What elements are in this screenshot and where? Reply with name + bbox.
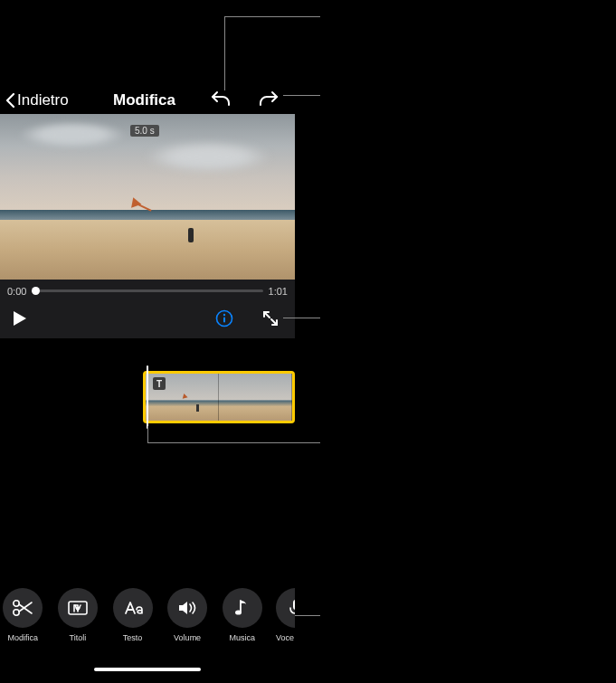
undo-icon: [210, 89, 232, 109]
tool-label: Modifica: [8, 633, 39, 642]
tool-modifica[interactable]: Modifica: [2, 588, 44, 642]
clip-thumbnail: [219, 374, 292, 421]
timeline-playhead[interactable]: [147, 365, 148, 429]
scrubber-thumb[interactable]: [32, 287, 40, 295]
timeline-clip[interactable]: T: [143, 371, 295, 423]
tool-label: Volume: [174, 633, 201, 642]
clip-duration-badge: 5.0 s: [130, 125, 159, 137]
fullscreen-icon: [262, 310, 279, 327]
scrubber-track[interactable]: [32, 289, 262, 292]
home-indicator[interactable]: [94, 668, 201, 671]
tool-label: Titoli: [70, 633, 87, 642]
scrubber-current-time: 0:00: [7, 286, 26, 297]
title-frame-icon: [67, 599, 89, 617]
callout-line: [283, 95, 320, 96]
music-note-icon: [233, 598, 251, 618]
timeline[interactable]: T: [143, 371, 295, 423]
svg-rect-2: [223, 318, 225, 323]
callout-line: [224, 16, 320, 17]
title-indicator-badge: T: [153, 377, 166, 390]
play-button[interactable]: [13, 310, 27, 330]
video-preview[interactable]: [0, 114, 295, 280]
tool-label: Testo: [123, 633, 143, 642]
svg-point-1: [223, 314, 225, 316]
tool-label: Musica: [229, 633, 255, 642]
callout-line: [147, 442, 320, 443]
tool-voce[interactable]: Voce: [276, 588, 295, 642]
callout-line: [147, 426, 148, 442]
scissors-icon: [12, 599, 33, 617]
callout-line: [295, 615, 320, 616]
svg-rect-7: [293, 600, 295, 610]
playback-scrubber[interactable]: 0:00 1:01: [0, 280, 295, 302]
svg-point-3: [14, 601, 19, 606]
mic-icon: [288, 598, 295, 618]
callout-line: [283, 318, 320, 318]
callout-line: [224, 16, 225, 90]
svg-point-6: [235, 610, 242, 614]
back-label: Indietro: [17, 91, 69, 109]
back-button[interactable]: Indietro: [5, 91, 69, 109]
play-icon: [13, 310, 27, 327]
svg-point-4: [14, 610, 19, 615]
page-title: Modifica: [113, 91, 175, 109]
info-button[interactable]: [215, 309, 233, 331]
redo-button[interactable]: [258, 89, 280, 112]
tool-volume[interactable]: Volume: [166, 588, 209, 642]
tool-musica[interactable]: Musica: [221, 588, 263, 642]
redo-icon: [258, 89, 280, 109]
scrubber-total-time: 1:01: [269, 286, 288, 297]
chevron-left-icon: [5, 92, 15, 109]
speaker-icon: [176, 599, 198, 617]
fullscreen-button[interactable]: [262, 310, 279, 330]
tool-titoli[interactable]: Titoli: [57, 588, 100, 642]
edit-toolbar: Modifica Titoli Testo: [0, 588, 295, 651]
tool-testo[interactable]: Testo: [111, 588, 154, 642]
text-icon: [122, 599, 144, 617]
top-bar: Indietro Modifica: [0, 87, 295, 114]
info-icon: [215, 309, 233, 327]
playback-controls: [0, 302, 295, 338]
tool-label: Voce: [276, 633, 294, 642]
undo-button[interactable]: [210, 89, 232, 112]
